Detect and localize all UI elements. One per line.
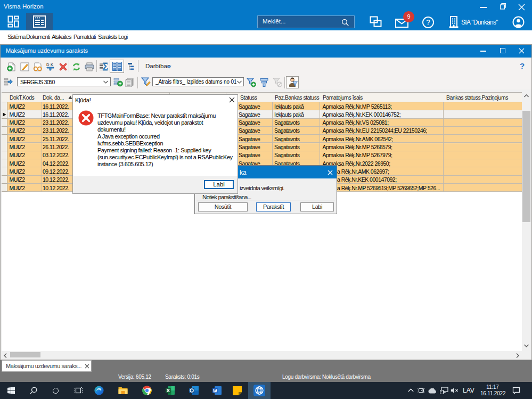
svg-text:D: D [46,62,50,67]
svg-text:K: K [51,62,53,67]
